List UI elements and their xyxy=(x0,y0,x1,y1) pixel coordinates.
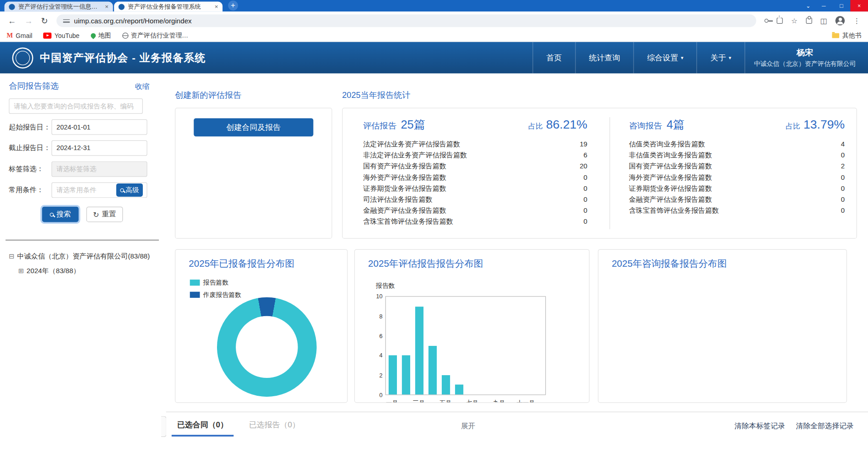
refresh-icon[interactable]: ↻ xyxy=(41,16,48,26)
browser-tab-2[interactable]: 资产评估业务报备管理系统 × xyxy=(114,2,222,12)
consult-type-label: 咨询报告 xyxy=(629,121,662,131)
tree-collapse-icon[interactable]: ⊟ xyxy=(9,249,14,264)
x-axis-label: 五月 xyxy=(432,399,459,403)
side-panel-icon[interactable]: ◫ xyxy=(820,16,827,25)
tree-node-2024[interactable]: ⊞ 2024年（83/88） xyxy=(18,264,143,278)
start-date-field[interactable] xyxy=(51,119,147,135)
close-button[interactable]: × xyxy=(850,0,868,11)
youtube-icon xyxy=(43,32,52,38)
y-axis-tick: 0 xyxy=(370,392,383,398)
address-bar: ← → ↻ uimp.cas.org.cn/report/Home/orgind… xyxy=(0,11,868,30)
browser-tab-strip: 资产评估行业管理统一信息平台 × 资产评估业务报备管理系统 × + ⌄ ─ □ … xyxy=(0,0,868,11)
bar xyxy=(441,375,450,395)
stat-row: 非法定评估业务资产评估报告篇数6 xyxy=(363,150,587,161)
x-axis-label: 一月 xyxy=(379,399,405,403)
y-axis-tick: 4 xyxy=(370,352,383,359)
stat-row: 估值类咨询业务报告篇数4 xyxy=(629,139,845,150)
stat-row: 含珠宝首饰评估业务报告篇数0 xyxy=(363,216,587,227)
nav-home[interactable]: 首页 xyxy=(532,42,575,74)
nav-about[interactable]: 关于▾ xyxy=(697,42,745,74)
filed-reports-donut-card: 2025年已报备报告分布图 报告篇数 作废报告篇数 xyxy=(175,249,347,403)
main-content: 创建新的评估报告 2025当年报告统计 创建合同及报告 评估报告 25篇 占比 … xyxy=(163,74,868,463)
y-axis-tick: 8 xyxy=(370,312,383,319)
password-key-icon[interactable] xyxy=(765,19,768,22)
app-nav: 首页 统计查询 综合设置▾ 关于▾ xyxy=(532,42,745,74)
user-name: 杨宋 xyxy=(754,48,856,58)
back-icon[interactable]: ← xyxy=(8,16,16,26)
globe-icon xyxy=(122,32,128,38)
eval-ratio: 86.21% xyxy=(546,118,587,132)
stat-row: 含珠宝首饰评估业务报告篇数0 xyxy=(629,205,845,216)
y-axis-tick: 10 xyxy=(370,293,383,299)
stat-row: 国有资产评估业务报告篇数20 xyxy=(363,161,587,172)
menu-dots-icon[interactable]: ⋮ xyxy=(853,16,860,25)
create-section-title: 创建新的评估报告 xyxy=(175,90,241,101)
search-input[interactable] xyxy=(9,98,143,114)
share-icon[interactable]: ↑ xyxy=(777,18,783,24)
create-contract-report-button[interactable]: 创建合同及报告 xyxy=(194,118,313,136)
bar xyxy=(388,355,396,395)
selection-footer: 已选合同（0） 已选报告（0） 展开 清除本标签记录 清除全部选择记录 xyxy=(166,412,868,463)
bookmark-star-icon[interactable]: ☆ xyxy=(791,16,797,25)
consult-chart-title: 2025年咨询报备报告分布图 xyxy=(612,258,727,270)
legend-swatch xyxy=(190,292,200,298)
tab-favicon-icon xyxy=(9,4,15,10)
clear-tab-records-link[interactable]: 清除本标签记录 xyxy=(735,421,785,431)
tab-selected-contracts[interactable]: 已选合同（0） xyxy=(177,420,228,436)
x-axis-label: 七月 xyxy=(459,399,486,403)
sidebar-divider xyxy=(5,240,159,240)
x-axis-label: 九月 xyxy=(486,399,512,403)
tab-close-icon[interactable]: × xyxy=(215,3,218,10)
bookmark-uimp[interactable]: 资产评估行业管理… xyxy=(122,32,188,40)
browser-tab-1[interactable]: 资产评估行业管理统一信息平台 × xyxy=(5,2,113,12)
y-axis-tick: 2 xyxy=(370,372,383,378)
expand-link[interactable]: 展开 xyxy=(461,421,475,431)
bookmark-gmail[interactable]: M Gmail xyxy=(7,32,33,40)
filter-sidebar: 合同报告筛选 收缩 起始报告日： 截止报告日： 标签筛选： 常用条件： 高级 搜… xyxy=(0,74,163,463)
other-bookmarks[interactable]: 其他书 xyxy=(832,32,862,40)
tree-expand-icon[interactable]: ⊞ xyxy=(18,264,24,278)
extensions-icon[interactable] xyxy=(806,18,812,24)
collapse-link[interactable]: 收缩 xyxy=(135,81,149,92)
forward-icon[interactable]: → xyxy=(24,16,33,26)
consult-ratio-label: 占比 xyxy=(786,122,800,132)
eval-count: 25篇 xyxy=(401,117,425,133)
search-button[interactable]: 搜索 xyxy=(42,207,79,222)
tree-node-company[interactable]: ⊟ 中诚众信（北京）资产评估有限公司(83/88) xyxy=(9,249,143,264)
clear-all-records-link[interactable]: 清除全部选择记录 xyxy=(796,421,854,431)
tab-close-icon[interactable]: × xyxy=(105,3,108,10)
stats-divider xyxy=(609,117,610,229)
consult-reports-chart-card: 2025年咨询报备报告分布图 xyxy=(598,249,847,403)
eval-ratio-label: 占比 xyxy=(528,122,542,132)
user-block[interactable]: 杨宋 中诚众信（北京）资产评估有限公司 xyxy=(754,48,856,68)
search-icon xyxy=(120,188,124,192)
new-tab-button[interactable]: + xyxy=(228,0,238,11)
nav-settings[interactable]: 综合设置▾ xyxy=(633,42,696,74)
url-input[interactable]: uimp.cas.org.cn/report/Home/orgindex xyxy=(56,14,756,27)
bar xyxy=(415,307,423,394)
site-settings-icon[interactable] xyxy=(63,17,70,24)
maximize-button[interactable]: □ xyxy=(833,0,851,11)
reset-button[interactable]: ↻重置 xyxy=(87,207,123,222)
consult-ratio: 13.79% xyxy=(803,118,845,132)
end-date-field[interactable] xyxy=(51,140,147,156)
tab-selected-reports[interactable]: 已选报告（0） xyxy=(249,420,300,436)
folder-icon xyxy=(832,33,839,38)
consult-report-stats: 咨询报告 4篇 占比 13.79% 估值类咨询业务报告篇数4 非估值类咨询业务报… xyxy=(629,117,845,216)
bookmark-maps[interactable]: 地图 xyxy=(91,32,111,40)
minimize-button[interactable]: ─ xyxy=(815,0,833,11)
tab-search-icon[interactable]: ⌄ xyxy=(802,0,815,11)
profile-avatar[interactable] xyxy=(835,16,845,26)
tag-filter-field[interactable] xyxy=(51,162,147,177)
bookmark-youtube[interactable]: YouTube xyxy=(43,32,80,39)
nav-stats-query[interactable]: 统计查询 xyxy=(575,42,633,74)
bar xyxy=(401,355,410,395)
app-header: 中国资产评估协会 - 业务报备系统 首页 统计查询 综合设置▾ 关于▾ 杨宋 中… xyxy=(0,42,868,74)
user-company: 中诚众信（北京）资产评估有限公司 xyxy=(754,59,856,68)
stat-row: 法定评估业务资产评估报告篇数19 xyxy=(363,139,587,150)
stat-row: 金融资产评估业务报告篇数0 xyxy=(363,205,587,216)
advanced-button[interactable]: 高级 xyxy=(116,183,143,197)
stats-section-title: 2025当年报告统计 xyxy=(342,90,410,101)
sidebar-title: 合同报告筛选 xyxy=(9,81,59,92)
bookmarks-bar: M Gmail YouTube 地图 资产评估行业管理… 其他书 xyxy=(0,30,868,42)
